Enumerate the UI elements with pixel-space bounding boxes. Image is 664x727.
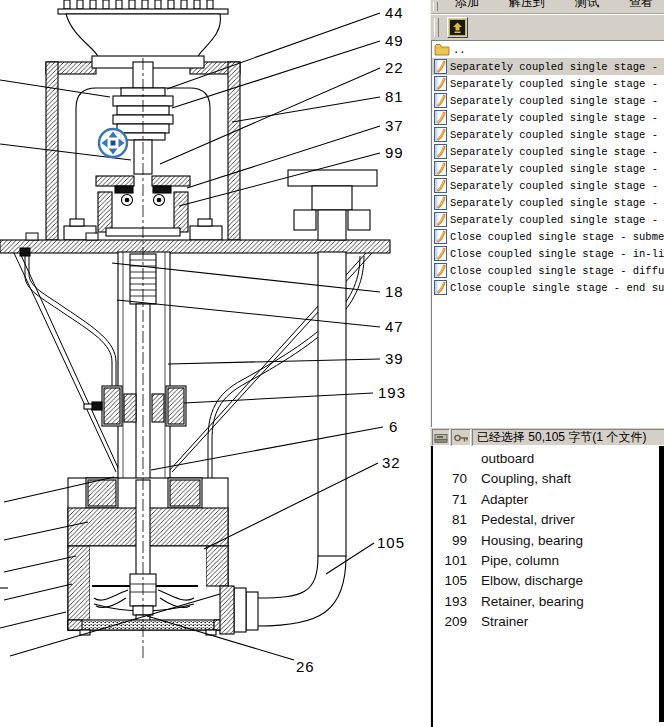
part-number: 105: [433, 571, 467, 591]
screenshot-root: 44 49 22 81 37 99 18 47 39 193 6 32 105 …: [0, 0, 664, 727]
parts-continuation-text: outboard: [481, 449, 534, 469]
right-panel: 添加解压到测试查看 ..: [430, 0, 664, 727]
strainer: [68, 620, 228, 630]
callout-label: 105: [377, 534, 405, 551]
file-row[interactable]: Separately coupled single stage - f: [432, 177, 664, 194]
menu-items: 添加解压到测试查看: [455, 0, 653, 11]
callout-label: 99: [385, 144, 404, 161]
pump-casing: [68, 478, 228, 635]
part-number: 99: [433, 531, 467, 551]
parts-list: outboard 70 Coupling, shaft 71 Adapter 8…: [431, 446, 663, 727]
motor: [58, 0, 228, 58]
file-row[interactable]: Close couple single stage - end suc: [432, 279, 664, 296]
file-name: Separately coupled single stage - a: [450, 214, 664, 226]
callout-label: 26: [296, 658, 315, 675]
file-name: Separately coupled single stage - i: [450, 95, 664, 107]
part-description: Elbow, discharge: [481, 571, 583, 591]
menubar-gripper[interactable]: [433, 2, 438, 11]
file-name: Close coupled single stage - diffus: [450, 265, 664, 277]
right-black-bar: [659, 446, 664, 722]
discharge-elbow: [220, 556, 346, 634]
menu-item[interactable]: 测试: [575, 0, 599, 11]
pump-cross-section-diagram: 44 49 22 81 37 99 18 47 39 193 6 32 105 …: [0, 0, 430, 727]
file-row[interactable]: Separately coupled single stage - f: [432, 109, 664, 126]
file-icon: [434, 178, 447, 193]
pump-diagram-area: 44 49 22 81 37 99 18 47 39 193 6 32 105 …: [0, 0, 430, 727]
part-number: 101: [433, 551, 467, 571]
disk-icon-cell: [432, 429, 450, 446]
file-icon: [434, 110, 447, 125]
file-icon: [434, 246, 447, 261]
parent-folder-label: ..: [453, 44, 466, 56]
callout-label: 18: [385, 283, 404, 300]
column-pipe: [118, 252, 170, 480]
part-row: 193 Retainer, bearing: [433, 592, 663, 612]
callout-label: 81: [385, 88, 404, 105]
parent-folder-row[interactable]: ..: [432, 41, 664, 58]
file-icon: [434, 280, 447, 295]
menu-item[interactable]: 添加: [455, 0, 479, 11]
part-description: Pipe, column: [481, 551, 559, 571]
file-name: Separately coupled single stage - f: [450, 129, 664, 141]
file-name: Close coupled single stage - submer: [450, 231, 664, 243]
file-row[interactable]: Separately coupled single stage - f: [432, 160, 664, 177]
up-one-level-button[interactable]: [447, 17, 468, 38]
file-row[interactable]: Close coupled single stage - in-lin: [432, 245, 664, 262]
file-name: Separately coupled single stage - i: [450, 78, 664, 90]
toolbar: [431, 14, 664, 41]
file-icon: [434, 93, 447, 108]
key-icon: [454, 432, 469, 444]
callout-label: 39: [385, 350, 404, 367]
part-description: Retainer, bearing: [481, 592, 584, 612]
folder-icon: [434, 43, 450, 56]
pan-cursor-icon: [99, 129, 127, 157]
menu-item[interactable]: 解压到: [509, 0, 545, 11]
callout-label: 6: [389, 418, 398, 435]
file-icon: [434, 127, 447, 142]
part-row: 70 Coupling, shaft: [433, 469, 663, 489]
callout-label: 47: [385, 318, 404, 335]
file-row[interactable]: Separately coupled single stage - f: [432, 126, 664, 143]
file-name: Close coupled single stage - in-lin: [450, 248, 664, 260]
file-name: Separately coupled single stage - f: [450, 112, 664, 124]
file-name: Close couple single stage - end suc: [450, 282, 664, 294]
status-bar: 已经选择 50,105 字节(1 个文件): [431, 427, 664, 447]
file-icon: [434, 161, 447, 176]
file-name: Separately coupled single stage - c: [450, 197, 664, 209]
file-row[interactable]: Separately coupled single stage - i: [432, 75, 664, 92]
file-icon: [434, 76, 447, 91]
file-name: Separately coupled single stage - f: [450, 163, 664, 175]
file-icon: [434, 59, 447, 74]
file-icon: [434, 144, 447, 159]
file-row[interactable]: Separately coupled single stage - a: [432, 211, 664, 228]
callout-label: 37: [385, 117, 404, 134]
file-row[interactable]: Close coupled single stage - submer: [432, 228, 664, 245]
part-row: 81 Pedestal, driver: [433, 510, 663, 530]
status-text: 已经选择 50,105 字节(1 个文件): [472, 429, 664, 446]
file-row[interactable]: Separately coupled single stage - w: [432, 58, 664, 75]
part-number: 70: [433, 469, 467, 489]
part-number: 209: [433, 612, 467, 632]
file-row[interactable]: Separately coupled single stage - c: [432, 194, 664, 211]
part-row: 99 Housing, bearing: [433, 531, 663, 551]
menu-item[interactable]: 查看: [629, 0, 653, 11]
disk-icon: [434, 431, 448, 445]
part-row: 71 Adapter: [433, 490, 663, 510]
part-number: 193: [433, 592, 467, 612]
part-description: Adapter: [481, 490, 528, 510]
file-row[interactable]: Close coupled single stage - diffus: [432, 262, 664, 279]
part-number: 71: [433, 490, 467, 510]
file-name: Separately coupled single stage - f: [450, 146, 664, 158]
file-icon: [434, 212, 447, 227]
toolbar-gripper[interactable]: [434, 18, 439, 37]
file-name: Separately coupled single stage - w: [450, 61, 664, 73]
part-number: 81: [433, 510, 467, 530]
part-row: 101 Pipe, column: [433, 551, 663, 571]
part-description: Housing, bearing: [481, 531, 583, 551]
file-name: Separately coupled single stage - f: [450, 180, 664, 192]
file-row[interactable]: Separately coupled single stage - f: [432, 143, 664, 160]
parts-continuation-row: outboard: [433, 449, 663, 469]
part-row: 209 Strainer: [433, 612, 663, 632]
file-row[interactable]: Separately coupled single stage - i: [432, 92, 664, 109]
menubar: 添加解压到测试查看: [431, 0, 664, 14]
